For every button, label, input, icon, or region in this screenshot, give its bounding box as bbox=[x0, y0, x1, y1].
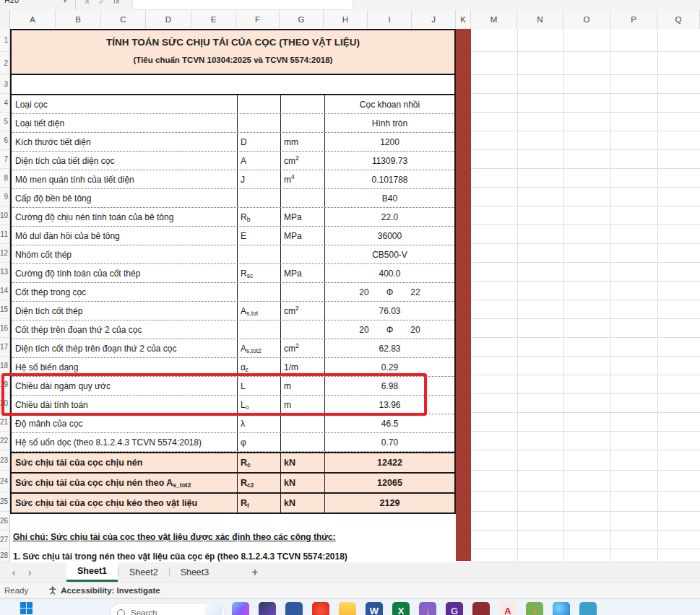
cell-value[interactable]: 2129 bbox=[325, 494, 454, 512]
globe-app-icon[interactable] bbox=[553, 602, 570, 615]
empty-row[interactable] bbox=[471, 206, 700, 225]
empty-row[interactable] bbox=[471, 263, 700, 282]
cell-unit[interactable] bbox=[281, 433, 325, 451]
table-row[interactable]: Kích thước tiết diệnDmm1200 bbox=[12, 133, 454, 152]
word-icon[interactable]: W bbox=[366, 602, 383, 615]
column-header-C[interactable]: C bbox=[101, 10, 146, 29]
cell-symbol[interactable] bbox=[238, 320, 281, 339]
column-header-M[interactable]: M bbox=[471, 10, 517, 29]
row-header-5[interactable]: 5 bbox=[0, 113, 9, 131]
cell-label[interactable]: Diện tích cốt thép bbox=[12, 302, 238, 320]
empty-row[interactable] bbox=[471, 282, 700, 300]
formula-input[interactable] bbox=[132, 0, 353, 10]
column-header-D[interactable]: D bbox=[146, 10, 191, 29]
cell-unit[interactable] bbox=[281, 95, 325, 113]
table-row[interactable]: Loại tiết diệnHình tròn bbox=[12, 114, 454, 133]
cell-symbol[interactable]: As,tot2 bbox=[238, 339, 281, 357]
download-manager-icon[interactable]: ↓ bbox=[419, 602, 436, 615]
empty-row[interactable] bbox=[471, 169, 700, 188]
column-header-F[interactable]: F bbox=[236, 10, 280, 29]
teams-icon[interactable] bbox=[285, 602, 303, 615]
purple-app-icon[interactable]: G bbox=[446, 602, 463, 615]
cell-label[interactable]: Sức chịu tải của cọc chịu nén theo As_to… bbox=[12, 474, 238, 492]
empty-row[interactable] bbox=[471, 188, 700, 206]
cell-unit[interactable]: MPa bbox=[281, 264, 325, 282]
result-row[interactable]: Sức chịu tải của cọc chịu nénRckN12422 bbox=[12, 452, 454, 472]
table-row[interactable]: Diện tích của tiết diện cọcAcm211309.73 bbox=[12, 152, 454, 170]
cell-value[interactable]: 0.70 bbox=[325, 433, 454, 451]
row-header-27[interactable]: 27 bbox=[0, 531, 9, 549]
cell-symbol[interactable] bbox=[238, 189, 281, 207]
empty-row[interactable] bbox=[471, 549, 700, 562]
cell-label[interactable]: Nhóm cốt thép bbox=[12, 245, 238, 263]
file-explorer-icon[interactable] bbox=[339, 602, 356, 615]
cancel-icon[interactable]: ✕ bbox=[84, 0, 90, 6]
table-row[interactable]: Cường độ chịu nén tính toán của bê tôngR… bbox=[12, 208, 454, 227]
table-row[interactable]: Độ mảnh của cọcλ46.5 bbox=[12, 414, 454, 433]
sheet-tab-sheet3[interactable]: Sheet3 bbox=[170, 562, 220, 582]
cell-label[interactable]: Diện tích của tiết diện cọc bbox=[12, 152, 238, 170]
cell-symbol[interactable]: λ bbox=[238, 414, 281, 432]
empty-row[interactable] bbox=[471, 413, 700, 432]
cell-label[interactable]: Loại cọc bbox=[12, 95, 238, 113]
cell-symbol[interactable]: Rc2 bbox=[238, 474, 281, 492]
empty-row[interactable] bbox=[471, 244, 700, 263]
cell-unit[interactable]: kN bbox=[281, 474, 325, 492]
row-header-28[interactable]: 28 bbox=[0, 549, 9, 562]
cell-unit[interactable]: MPa bbox=[281, 208, 325, 226]
cell-symbol[interactable]: J bbox=[238, 170, 281, 188]
cell-label[interactable]: Sức chịu tải của cọc chịu nén bbox=[12, 453, 238, 472]
row-header-14[interactable]: 14 bbox=[0, 282, 9, 300]
cell-symbol[interactable]: φ bbox=[238, 433, 281, 451]
empty-row[interactable] bbox=[471, 512, 700, 531]
copilot-icon[interactable] bbox=[232, 602, 249, 615]
table-row[interactable]: Nhóm cốt thépCB500-V bbox=[12, 245, 454, 264]
table-row[interactable]: Diện tích cốt thép trên đoạn thứ 2 của c… bbox=[12, 339, 454, 358]
cell-symbol[interactable] bbox=[238, 283, 281, 301]
cell-unit[interactable]: m4 bbox=[281, 170, 325, 188]
row-header-16[interactable]: 16 bbox=[0, 319, 9, 338]
cell-unit[interactable] bbox=[281, 114, 325, 132]
empty-row[interactable] bbox=[471, 225, 700, 244]
cell-value[interactable]: 12065 bbox=[325, 474, 454, 492]
cell-unit[interactable]: MPa bbox=[281, 227, 325, 245]
empty-row[interactable] bbox=[471, 531, 700, 549]
cell-symbol[interactable]: D bbox=[238, 133, 281, 151]
widgets-icon[interactable] bbox=[205, 602, 222, 615]
photos-app-icon[interactable] bbox=[259, 602, 276, 615]
cell-label[interactable]: Sức chịu tải của cọc chịu kéo theo vật l… bbox=[12, 494, 238, 512]
column-header-A[interactable]: A bbox=[10, 10, 56, 29]
table-row[interactable]: Diện tích cốt thépAs,totcm276.03 bbox=[12, 302, 454, 320]
cell-unit[interactable] bbox=[281, 283, 325, 301]
column-header-N[interactable]: N bbox=[517, 10, 563, 29]
sheet-tab-sheet2[interactable]: Sheet2 bbox=[118, 562, 169, 582]
sheet-grid[interactable]: 1234567891011121314151617181920212223242… bbox=[0, 29, 700, 562]
table-title-block[interactable]: TÍNH TOÁN SỨC CHỊU TẢI CỦA CỌC (THEO VẬT… bbox=[10, 29, 456, 75]
empty-row[interactable] bbox=[471, 52, 700, 75]
table-row[interactable]: Mô dul đàn hồi của bê tôngEMPa36000 bbox=[12, 227, 454, 245]
row-header-26[interactable]: 26 bbox=[0, 512, 9, 531]
cell-label[interactable]: Cốt thép trên đoạn thứ 2 của cọc bbox=[12, 320, 238, 339]
cell-unit[interactable] bbox=[281, 245, 325, 263]
cell-value[interactable]: 46.5 bbox=[325, 414, 454, 432]
row-header-11[interactable]: 11 bbox=[0, 225, 9, 244]
table-row[interactable]: Cấp độ bền bê tôngB40 bbox=[12, 189, 454, 208]
table-row[interactable]: Cốt thép trong cọc20Φ22 bbox=[12, 283, 454, 302]
cell-value[interactable]: CB500-V bbox=[325, 245, 454, 263]
cell-unit[interactable]: kN bbox=[281, 494, 325, 512]
empty-row[interactable] bbox=[471, 471, 700, 492]
cell-label[interactable]: Cường độ chịu nén tính toán của bê tông bbox=[12, 208, 238, 226]
cell-value[interactable]: 400.0 bbox=[325, 264, 454, 282]
empty-row[interactable] bbox=[471, 450, 700, 471]
table-row[interactable]: Hệ số uốn dọc (theo 8.1.2.4.3 TCVN 5574:… bbox=[12, 433, 454, 452]
cell-label[interactable]: Diện tích cốt thép trên đoạn thứ 2 của c… bbox=[12, 339, 238, 357]
row-header-22[interactable]: 22 bbox=[0, 432, 9, 450]
cell-value[interactable]: 20Φ20 bbox=[325, 320, 454, 339]
empty-row[interactable] bbox=[471, 319, 700, 338]
name-box[interactable]: H20 bbox=[4, 0, 19, 4]
cell-label[interactable]: Kích thước tiết diện bbox=[12, 133, 238, 151]
cell-label[interactable]: Mô dul đàn hồi của bê tông bbox=[12, 227, 238, 245]
row-header-25[interactable]: 25 bbox=[0, 492, 9, 512]
row-header-1[interactable]: 1 bbox=[0, 29, 9, 52]
row-header-2[interactable]: 2 bbox=[0, 52, 9, 75]
